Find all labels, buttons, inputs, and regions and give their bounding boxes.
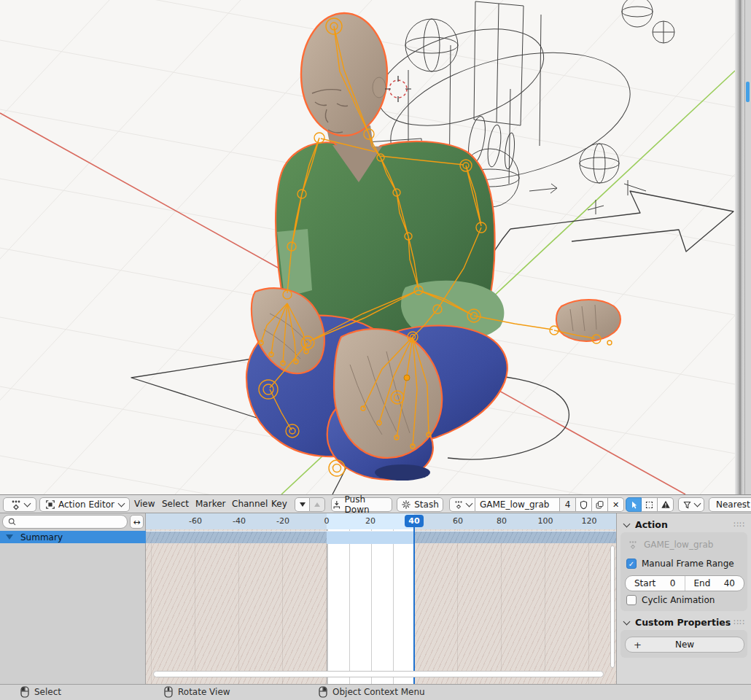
push-down-label: Push Down [345, 494, 392, 515]
stash-button[interactable]: Stash [397, 497, 443, 512]
check-icon: ✓ [629, 560, 634, 568]
custom-properties-body: + New [620, 630, 747, 658]
snap-dropdown[interactable]: Nearest F [709, 497, 751, 512]
filter-dropdown-button[interactable] [678, 497, 704, 512]
manual-frame-range-row: ✓ Manual Frame Range [626, 559, 734, 569]
menu-key[interactable]: Key [271, 499, 287, 509]
custom-properties-panel-header[interactable]: Custom Properties [624, 617, 731, 628]
new-action-button[interactable] [592, 497, 608, 512]
action-name-field[interactable]: GAME_low_grab [475, 497, 560, 512]
frame-range-fields: Start 0 End 40 [625, 575, 744, 591]
show-hidden-filter-button[interactable] [642, 497, 658, 512]
action-datablock-selector: GAME_low_grab 4 ✕ [449, 497, 624, 512]
action-users-count[interactable]: 4 [560, 497, 576, 512]
chevron-down-icon [623, 618, 631, 625]
custom-properties-title: Custom Properties [635, 617, 731, 628]
editor-type-button[interactable] [3, 497, 36, 512]
status-bar: Select Rotate View Object Context Menu [0, 684, 751, 700]
fit-channels-button[interactable]: ↔ [130, 515, 144, 529]
stash-snowflake-icon [401, 499, 411, 510]
push-down-button[interactable]: Push Down [331, 497, 392, 512]
mouse-right-icon [319, 686, 327, 698]
menu-view[interactable]: View [134, 499, 155, 509]
cursor-icon [629, 500, 639, 510]
linked-action-name: GAME_low_grab [644, 540, 713, 550]
summary-channel-label: Summary [20, 532, 63, 542]
frame-corners-icon [645, 500, 654, 510]
frame-range-band [327, 529, 414, 684]
copy-icon [595, 500, 604, 510]
viewport-3d[interactable] [0, 0, 735, 494]
copy-from-active-button[interactable] [295, 497, 310, 512]
triangle-up-icon [314, 502, 320, 507]
mode-dropdown[interactable]: Action Editor [39, 497, 130, 512]
menu-channel[interactable]: Channel [232, 499, 268, 509]
ruler-tick: 60 [453, 516, 463, 526]
left-right-arrow-icon: ↔ [133, 517, 140, 527]
timeline-ruler[interactable]: -60 -40 -20 0 20 40 60 80 100 120 [146, 513, 616, 529]
summary-keys-strip[interactable] [146, 531, 616, 543]
statusbar-context-menu-hint: Object Context Menu [319, 686, 425, 698]
grip-dots-icon[interactable]: ∷∷ [734, 520, 745, 529]
character-mesh[interactable] [246, 13, 620, 481]
triangle-down-icon [300, 502, 306, 507]
area-divider[interactable] [735, 0, 744, 494]
unlink-action-button[interactable]: ✕ [608, 497, 624, 512]
x-icon: ✕ [612, 500, 619, 510]
mouse-left-icon [20, 686, 29, 698]
right-area-scrollbar[interactable] [746, 82, 750, 102]
manual-frame-range-checkbox[interactable]: ✓ [626, 559, 637, 569]
action-name-value: GAME_low_grab [480, 499, 549, 510]
chevron-down-icon [465, 500, 472, 508]
ruler-tick: 120 [582, 516, 597, 526]
action-panel-header[interactable]: Action [624, 519, 668, 530]
summary-channel-row[interactable]: Summary [0, 531, 146, 543]
paste-to-selected-button[interactable] [310, 497, 325, 512]
cyclic-animation-row: Cyclic Animation [626, 595, 715, 605]
new-property-button[interactable]: + New [625, 637, 744, 653]
ruler-tick: -60 [189, 516, 202, 526]
action-icon [628, 540, 638, 550]
start-frame-field[interactable]: Start 0 [626, 576, 685, 591]
push-down-icon [332, 499, 342, 510]
dopesheet-header: Action Editor View Select Marker Channel… [0, 494, 751, 513]
ruler-tick: -20 [276, 516, 289, 526]
shield-icon [579, 500, 588, 510]
menu-select[interactable]: Select [162, 499, 189, 509]
channel-region: ↔ Summary [0, 513, 146, 684]
show-errors-filter-button[interactable] [658, 497, 674, 512]
chevron-down-icon [23, 500, 31, 508]
playhead-frame-badge[interactable]: 40 [405, 515, 424, 527]
magnifier-icon [7, 517, 17, 526]
chevron-down-icon [694, 500, 701, 508]
snap-label: Nearest F [716, 499, 751, 510]
dopesheet-keys-area[interactable]: -60 -40 -20 0 20 40 60 80 100 120 40 [146, 513, 616, 684]
plus-icon: + [634, 639, 642, 650]
only-selected-filter-button[interactable] [626, 497, 642, 512]
manual-frame-range-label: Manual Frame Range [642, 559, 734, 569]
grip-dots-icon[interactable]: ∷∷ [734, 618, 745, 627]
statusbar-rotate-hint: Rotate View [164, 686, 230, 698]
fake-user-button[interactable] [576, 497, 592, 512]
object-origin-dot [404, 375, 410, 381]
warning-triangle-icon [661, 499, 671, 510]
dopesheet-sidebar: Action ∷∷ GAME_low_grab ✓ Manual Frame R… [616, 513, 751, 684]
stash-label: Stash [414, 499, 439, 510]
chevron-down-icon [623, 520, 631, 527]
playhead-line[interactable] [413, 526, 415, 684]
action-browse-button[interactable] [449, 497, 475, 512]
cyclic-animation-label: Cyclic Animation [642, 595, 715, 605]
vertical-scrollbar[interactable] [610, 545, 615, 668]
ruler-tick: 100 [538, 516, 553, 526]
3d-cursor-icon [385, 76, 411, 102]
action-icon [454, 499, 464, 510]
right-area-edge [744, 0, 751, 494]
channel-search-input[interactable] [2, 515, 128, 529]
cyclic-animation-checkbox[interactable] [626, 595, 637, 605]
mouse-middle-icon [164, 686, 173, 698]
end-frame-field[interactable]: End 40 [685, 576, 744, 591]
mode-dropdown-label: Action Editor [58, 499, 116, 510]
horizontal-scrollbar[interactable] [153, 671, 604, 677]
menu-marker[interactable]: Marker [195, 499, 225, 509]
ruler-tick: 0 [324, 516, 330, 526]
